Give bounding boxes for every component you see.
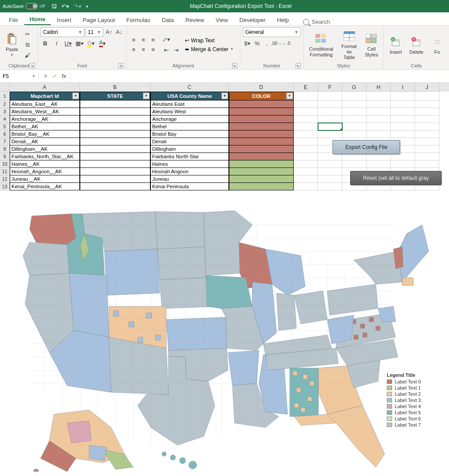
cell[interactable] [342,123,367,130]
cell[interactable] [318,168,342,175]
row-header[interactable]: 3 [0,108,10,115]
align-right-icon[interactable]: ≡ [149,45,157,54]
cell[interactable] [342,108,367,115]
cell[interactable] [391,100,415,108]
table-header-cell[interactable]: STATE▼ [80,92,150,100]
cell-mapchart-id[interactable]: Bethel__AK [10,123,80,130]
row-header[interactable]: 2 [0,100,10,108]
cell[interactable] [367,160,391,168]
row-header[interactable]: 13 [0,183,10,190]
selected-cell[interactable] [318,123,342,130]
cell[interactable] [415,145,439,153]
col-header[interactable]: G [342,83,367,92]
underline-button[interactable]: U▾ [64,39,72,48]
cell[interactable] [294,183,318,190]
launcher-icon[interactable]: ⬊ [296,63,301,68]
cell-color[interactable] [229,153,294,160]
enter-formula-icon[interactable]: ✓ [52,73,57,79]
customize-qat-icon[interactable]: ▾ [86,4,88,9]
comma-icon[interactable]: , [262,39,271,48]
cell[interactable] [342,160,367,168]
font-name-select[interactable]: Calibri▼ [41,27,84,37]
launcher-icon[interactable]: ⬊ [232,63,237,68]
increase-indent-icon[interactable]: ⇥ [172,46,180,55]
cell-state[interactable] [80,160,150,168]
decrease-font-icon[interactable]: A↓ [115,27,123,36]
cell[interactable] [294,175,318,183]
percent-icon[interactable]: % [253,39,262,48]
cell[interactable] [294,160,318,168]
cell-color[interactable] [229,183,294,190]
cut-icon[interactable]: ✂ [23,30,32,39]
cell[interactable] [294,153,318,160]
cell-state[interactable] [80,130,150,138]
launcher-icon[interactable]: ⬊ [30,63,35,68]
col-header[interactable]: A [10,83,80,92]
name-box[interactable]: F5▼ [0,73,39,79]
increase-decimal-icon[interactable]: .00→ [272,39,281,48]
reset-button[interactable]: Reset (set all to default gray [350,171,442,185]
cell-state[interactable] [80,168,150,175]
align-center-icon[interactable]: ≡ [139,45,148,54]
cell[interactable] [294,115,318,123]
filter-icon[interactable]: ▼ [221,93,228,99]
fill-color-icon[interactable]: ◇▾ [86,39,95,48]
cell[interactable] [391,92,415,100]
cell[interactable] [342,100,367,108]
redo-icon[interactable]: ↷▾ [74,3,82,10]
cell-mapchart-id[interactable]: Dillingham__AK [10,145,80,153]
cell-mapchart-id[interactable]: Juneau__AK [10,175,80,183]
row-header[interactable]: 7 [0,138,10,145]
table-header-cell[interactable]: USA County Name▼ [150,92,229,100]
cell[interactable] [391,108,415,115]
align-middle-icon[interactable]: ≡ [139,36,148,45]
cell-mapchart-id[interactable]: Haines__AK [10,160,80,168]
cell-state[interactable] [80,123,150,130]
cell-county-name[interactable]: Denali [150,138,229,145]
cell-color[interactable] [229,115,294,123]
increase-font-icon[interactable]: A↑ [105,27,113,36]
number-format-select[interactable]: General▼ [243,27,301,37]
row-header[interactable]: 4 [0,115,10,123]
cell[interactable] [415,160,439,168]
cell-county-name[interactable]: Dillingham [150,145,229,153]
cell-styles-button[interactable]: Cell Styles [362,31,381,58]
cell-county-name[interactable]: Anchorage [150,115,229,123]
cell-color[interactable] [229,160,294,168]
cell[interactable] [415,108,439,115]
col-header[interactable]: E [294,83,318,92]
borders-icon[interactable]: ▦▾ [75,39,84,48]
table-header-cell[interactable]: COLOR▼ [229,92,294,100]
cell-color[interactable] [229,100,294,108]
col-header[interactable]: C [150,83,229,92]
copy-icon[interactable]: ⧉ [23,41,32,49]
cell[interactable] [318,115,342,123]
row-header[interactable]: 9 [0,153,10,160]
cell[interactable] [294,123,318,130]
cell-state[interactable] [80,175,150,183]
cell-mapchart-id[interactable]: Aleutians_West__AK [10,108,80,115]
cell[interactable] [415,115,439,123]
cell-county-name[interactable]: Haines [150,160,229,168]
format-painter-icon[interactable]: 🖌 [23,51,32,60]
row-header[interactable]: 5 [0,123,10,130]
row-header[interactable]: 1 [0,92,10,100]
cell[interactable] [318,175,342,183]
cell-county-name[interactable]: Juneau [150,175,229,183]
delete-cells-button[interactable]: ×Delete [407,34,426,56]
cell[interactable] [342,130,367,138]
filter-icon[interactable]: ▼ [286,93,293,99]
conditional-formatting-button[interactable]: Conditional Formatting [307,31,336,58]
align-left-icon[interactable]: ≡ [129,45,138,54]
cell-county-name[interactable]: Bethel [150,123,229,130]
decrease-indent-icon[interactable]: ⇤ [162,46,171,55]
autosave-toggle[interactable]: AutoSave Off [3,3,45,9]
cell-mapchart-id[interactable]: Fairbanks_North_Star__AK [10,153,80,160]
cell[interactable] [391,130,415,138]
cell-state[interactable] [80,100,150,108]
font-color-icon[interactable]: A▾ [98,39,107,48]
cell-county-name[interactable]: Aleutians East [150,100,229,108]
cell[interactable] [294,100,318,108]
undo-icon[interactable]: ↶▾ [61,3,69,10]
cell[interactable] [318,92,342,100]
